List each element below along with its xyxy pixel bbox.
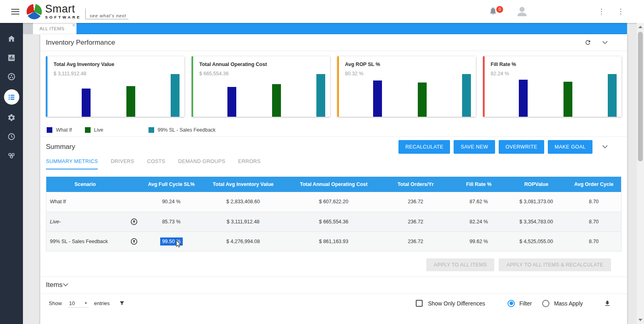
bar-live [564,82,572,117]
avg-full-cycle-cell[interactable]: 90.24 % [144,192,199,212]
order-cycle-cell: 8.70 [566,212,621,231]
kpi-title: Fill Rate % [491,62,621,67]
order-cycle-cell: 8.70 [566,192,621,212]
inventory-performance-header: Inventory Performance [40,34,627,51]
scenario-cell: 99% SL - Sales Feedback [46,231,124,251]
sidebar-item-demand-planning[interactable] [6,70,18,83]
sidebar-item-home[interactable] [6,33,18,45]
content-card: Inventory Performance Total Avg Inventor… [40,34,627,324]
scenario-icon-cell[interactable] [124,212,144,231]
brand-pie-icon [27,4,42,19]
avg-full-cycle-cell[interactable]: 85.73 % [144,212,199,231]
page-size-value: 10 [69,300,75,306]
rop-value-cell: $ 3,081,373.00 [506,192,566,212]
promote-arrow-up-circle-icon [130,218,138,225]
overwrite-button[interactable]: OVERWRITE [499,140,544,154]
user-avatar[interactable] [515,5,529,19]
make-goal-button[interactable]: MAKE GOAL [548,140,592,154]
col-avg-order-cycle: Avg Order Cycle [566,177,621,192]
scrollbar-down-arrow[interactable] [638,319,642,321]
show-only-differences-label: Show Only Differences [428,300,485,307]
notifications-button[interactable]: 0 [489,6,499,17]
sidebar-item-analytics[interactable] [6,52,18,64]
kpi-card-total-avg-inventory-value: Total Avg Inventory Value $ 3,111,912.48 [46,56,184,117]
sidebar-item-hierarchy[interactable] [6,149,18,161]
brand-subtitle: SOFTWARE [45,15,81,19]
show-only-differences-checkbox[interactable] [416,300,423,307]
bar-live [418,83,427,117]
tab-strip-filler [76,23,627,34]
kpi-card-total-annual-operating-cost: Total Annual Operating Cost $ 665,554.36 [192,56,330,117]
inventory-value-cell: $ 4,276,994.08 [198,231,287,251]
nodes-icon [7,151,16,160]
tab-summary-metrics[interactable]: SUMMARY METRICS [46,159,98,169]
notification-badge: 0 [496,6,503,13]
brand-tagline: see what's next [85,8,128,19]
sidebar-item-items-list[interactable] [4,89,19,105]
inventory-value-cell: $ 3,111,912.48 [198,212,287,231]
table-row-what-if[interactable]: What If 90.24 % $ 2,833,408.60 $ 607,622… [46,192,621,212]
bar-live [272,84,281,117]
apply-to-all-items-recalculate-button[interactable]: APPLY TO ALL ITEMS & RECALCULATE [499,258,611,271]
kpi-charts-row: Total Avg Inventory Value $ 3,111,912.48… [40,51,627,117]
collapse-summary-chevron-icon[interactable] [602,145,608,149]
apply-to-all-items-button[interactable]: APPLY TO ALL ITEMS [426,258,494,271]
home-icon [7,35,16,43]
refresh-button[interactable] [584,39,592,47]
items-title: Items [46,281,63,289]
hamburger-menu-icon[interactable] [11,7,19,16]
bar-99-sl [316,74,325,117]
tab-errors[interactable]: ERRORS [238,159,261,169]
bar-what-if [519,80,528,117]
avg-full-cycle-cell[interactable]: 99.50 % [144,231,199,251]
chart-legend: What If Live 99% SL - Sales Feedback [40,117,627,137]
table-row-live[interactable]: Live- 85.73 % $ 3,111,912.48 $ 665,554.3… [46,212,621,231]
selected-cell-value[interactable]: 99.50 % [160,237,183,246]
col-fill-rate: Fill Rate % [452,177,506,192]
bar-what-if [373,80,382,117]
tab-all-items[interactable]: ALL ITEMS × [33,23,76,34]
operating-cost-cell: $ 607,622.20 [288,192,380,212]
mass-apply-radio[interactable] [542,300,549,307]
brand-name: Smart [45,4,81,14]
bar-what-if [227,87,236,117]
download-icon[interactable] [604,300,611,307]
table-row-99-sl-sales-feedback[interactable]: 99% SL - Sales Feedback 99.50 % $ 4,276,… [46,231,621,251]
app-screen: Smart SOFTWARE see what's next 0 ⋮ ⋮ [0,0,644,324]
scrollbar-up-arrow[interactable] [638,26,642,28]
entries-label: entries [94,300,110,306]
fill-rate-cell: 82.24 % [452,212,506,231]
scrollbar-thumb[interactable] [638,32,643,161]
scenario-icon-cell [124,192,144,212]
scenario-icon-cell[interactable] [124,231,144,251]
tab-all-items-label: ALL ITEMS [39,26,64,31]
kpi-mini-chart [46,74,184,117]
save-new-button[interactable]: SAVE NEW [454,140,495,154]
tab-demand-groups[interactable]: DEMAND GROUPS [178,159,225,169]
tab-close-icon[interactable]: × [72,23,75,28]
sidebar-item-settings[interactable] [6,111,18,124]
page-size-select[interactable]: 10 ▾ [68,299,89,307]
orders-cell: 236.72 [380,212,452,231]
collapse-inventory-chevron-icon[interactable] [602,41,608,45]
summary-title: Summary [46,143,75,151]
kpi-title: Avg ROP SL % [345,62,476,67]
sidebar-item-history[interactable] [6,130,18,142]
col-total-annual-operating-cost: Total Annual Operating Cost [288,177,380,192]
collapse-items-chevron-icon[interactable] [63,283,68,287]
tab-drivers[interactable]: DRIVERS [111,159,134,169]
vertical-scrollbar[interactable] [637,23,644,324]
scenario-cell: What If [46,192,124,212]
order-cycle-cell: 8.70 [566,231,621,251]
rop-value-cell: $ 4,525,055.00 [506,231,566,251]
items-controls: Show 10 ▾ entries Show Only Differences … [40,294,627,307]
col-total-orders-yr: Total Orders/Yr [380,177,452,192]
filter-radio[interactable] [508,300,515,307]
more-options-icon[interactable]: ⋮ [597,7,605,16]
filter-funnel-icon[interactable] [119,300,125,307]
legend-swatch [85,127,91,133]
recalculate-button[interactable]: RECALCULATE [398,140,450,154]
window-options-icon[interactable]: ⋮ [617,7,625,16]
tab-costs[interactable]: COSTS [147,159,165,169]
bar-99-sl [462,74,471,117]
